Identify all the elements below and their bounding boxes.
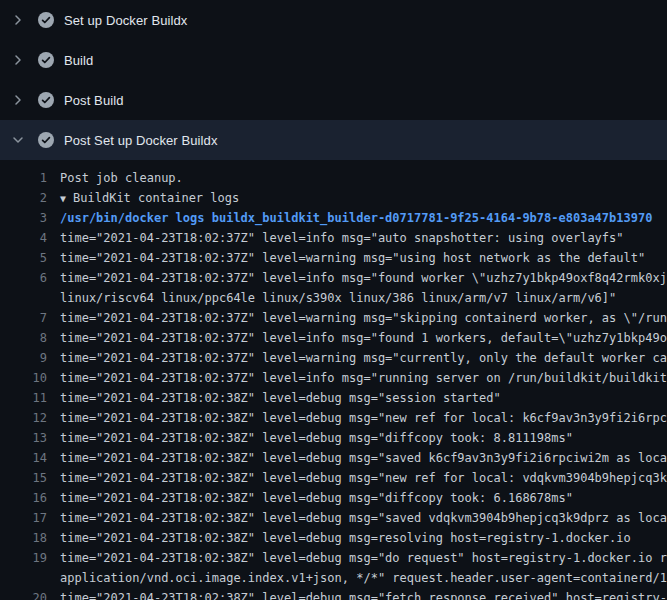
line-number[interactable]: 16 (0, 488, 47, 508)
log-text: time="2021-04-23T18:02:38Z" level=debug … (47, 548, 667, 568)
log-group-line: 2 ▼BuildKit container logs (0, 188, 667, 208)
log-text: time="2021-04-23T18:02:37Z" level=warnin… (47, 348, 667, 368)
line-number[interactable]: 7 (0, 308, 47, 328)
step-label: Set up Docker Buildx (64, 13, 187, 28)
log-text: time="2021-04-23T18:02:38Z" level=debug … (47, 448, 667, 468)
log-text: time="2021-04-23T18:02:38Z" level=debug … (47, 428, 573, 448)
log-text: time="2021-04-23T18:02:38Z" level=debug … (47, 488, 573, 508)
line-number[interactable]: 10 (0, 368, 47, 388)
log-line: 1 Post job cleanup. (0, 168, 667, 188)
log-text: time="2021-04-23T18:02:38Z" level=debug … (47, 528, 631, 548)
log-line-continuation: linux/riscv64 linux/ppc64le linux/s390x … (0, 288, 667, 308)
line-number[interactable]: 4 (0, 228, 47, 248)
log-text: time="2021-04-23T18:02:38Z" level=debug … (47, 508, 667, 528)
log-panel: 1 Post job cleanup. 2 ▼BuildKit containe… (0, 160, 667, 600)
line-number[interactable]: 3 (0, 208, 47, 228)
log-text: time="2021-04-23T18:02:38Z" level=debug … (47, 588, 667, 600)
log-text: time="2021-04-23T18:02:37Z" level=info m… (47, 228, 624, 248)
line-number[interactable]: 6 (0, 268, 47, 288)
check-circle-icon (38, 12, 54, 28)
step-post-set-up-docker-buildx[interactable]: Post Set up Docker Buildx (0, 120, 667, 160)
line-number[interactable]: 19 (0, 548, 47, 568)
line-number[interactable]: 18 (0, 528, 47, 548)
log-line: 16 time="2021-04-23T18:02:38Z" level=deb… (0, 488, 667, 508)
step-post-build[interactable]: Post Build (0, 80, 667, 120)
chevron-right-icon (10, 52, 26, 68)
step-label: Post Build (64, 93, 124, 108)
line-number[interactable]: 11 (0, 388, 47, 408)
chevron-down-icon (10, 132, 26, 148)
log-line: 20 time="2021-04-23T18:02:38Z" level=deb… (0, 588, 667, 600)
line-number[interactable]: 2 (0, 188, 47, 208)
log-group: ▼BuildKit container logs (47, 188, 239, 208)
group-title: BuildKit container logs (73, 191, 239, 205)
log-text: time="2021-04-23T18:02:38Z" level=debug … (47, 408, 667, 428)
line-number[interactable]: 15 (0, 468, 47, 488)
log-line: 15 time="2021-04-23T18:02:38Z" level=deb… (0, 468, 667, 488)
line-number[interactable]: 1 (0, 168, 47, 188)
line-number[interactable]: 5 (0, 248, 47, 268)
log-text: time="2021-04-23T18:02:38Z" level=debug … (47, 388, 501, 408)
log-text: time="2021-04-23T18:02:37Z" level=info m… (47, 328, 667, 348)
log-text: time="2021-04-23T18:02:37Z" level=warnin… (47, 308, 667, 328)
log-line: 17 time="2021-04-23T18:02:38Z" level=deb… (0, 508, 667, 528)
log-line: 12 time="2021-04-23T18:02:38Z" level=deb… (0, 408, 667, 428)
chevron-right-icon (10, 92, 26, 108)
log-line: 13 time="2021-04-23T18:02:38Z" level=deb… (0, 428, 667, 448)
log-command-line: 3 /usr/bin/docker logs buildx_buildkit_b… (0, 208, 667, 228)
log-line: 8 time="2021-04-23T18:02:37Z" level=info… (0, 328, 667, 348)
log-line: 10 time="2021-04-23T18:02:37Z" level=inf… (0, 368, 667, 388)
command-text: /usr/bin/docker logs buildx_buildkit_bui… (47, 208, 652, 228)
line-number[interactable]: 8 (0, 328, 47, 348)
log-text: time="2021-04-23T18:02:37Z" level=warnin… (47, 248, 645, 268)
line-number[interactable]: 12 (0, 408, 47, 428)
log-line: 5 time="2021-04-23T18:02:37Z" level=warn… (0, 248, 667, 268)
log-line-continuation: application/vnd.oci.image.index.v1+json,… (0, 568, 667, 588)
log-text: linux/riscv64 linux/ppc64le linux/s390x … (47, 288, 616, 308)
log-text: time="2021-04-23T18:02:38Z" level=debug … (47, 468, 667, 488)
chevron-right-icon (10, 12, 26, 28)
line-number[interactable]: 9 (0, 348, 47, 368)
log-text: Post job cleanup. (47, 168, 183, 188)
log-line: 4 time="2021-04-23T18:02:37Z" level=info… (0, 228, 667, 248)
line-number[interactable]: 14 (0, 448, 47, 468)
log-text: application/vnd.oci.image.index.v1+json,… (47, 568, 667, 588)
check-circle-icon (38, 132, 54, 148)
log-line: 11 time="2021-04-23T18:02:38Z" level=deb… (0, 388, 667, 408)
log-text: time="2021-04-23T18:02:37Z" level=info m… (47, 368, 667, 388)
step-set-up-docker-buildx[interactable]: Set up Docker Buildx (0, 0, 667, 40)
step-label: Build (64, 53, 93, 68)
step-label: Post Set up Docker Buildx (64, 133, 218, 148)
line-number (0, 288, 47, 308)
log-line: 9 time="2021-04-23T18:02:37Z" level=warn… (0, 348, 667, 368)
log-line: 14 time="2021-04-23T18:02:38Z" level=deb… (0, 448, 667, 468)
line-number (0, 568, 47, 588)
step-build[interactable]: Build (0, 40, 667, 80)
line-number[interactable]: 13 (0, 428, 47, 448)
log-line: 18 time="2021-04-23T18:02:38Z" level=deb… (0, 528, 667, 548)
check-circle-icon (38, 92, 54, 108)
check-circle-icon (38, 52, 54, 68)
group-toggle-icon[interactable]: ▼ (60, 193, 66, 204)
log-text: time="2021-04-23T18:02:37Z" level=info m… (47, 268, 667, 288)
log-line: 7 time="2021-04-23T18:02:37Z" level=warn… (0, 308, 667, 328)
log-line: 6 time="2021-04-23T18:02:37Z" level=info… (0, 268, 667, 288)
line-number[interactable]: 17 (0, 508, 47, 528)
log-line: 19 time="2021-04-23T18:02:38Z" level=deb… (0, 548, 667, 568)
line-number[interactable]: 20 (0, 588, 47, 600)
